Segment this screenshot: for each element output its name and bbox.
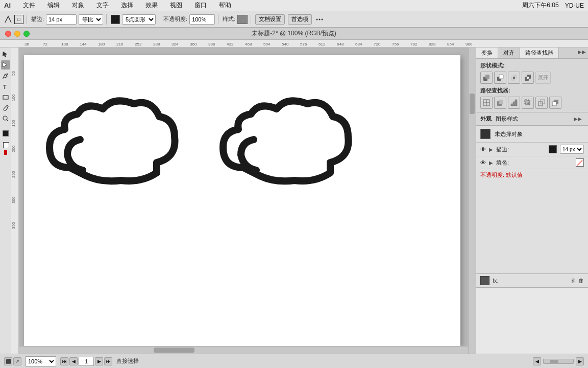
shape-btn-unite[interactable] (480, 72, 493, 84)
svg-text:612: 612 (318, 42, 326, 47)
svg-text:684: 684 (355, 42, 362, 47)
ruler-horizontal: 36 72 108 144 180 216 252 288 324 360 39… (0, 40, 588, 48)
appearance-fx-icon[interactable]: fx. (493, 278, 499, 284)
scroll-track-bottom[interactable] (19, 346, 468, 354)
svg-text:72: 72 (43, 42, 47, 47)
menu-view[interactable]: 视图 (168, 1, 184, 10)
fill-expand-icon[interactable]: ▶ (489, 160, 493, 166)
color-mode-indicator[interactable]: ▉ (4, 150, 7, 155)
last-page-btn[interactable]: ⏭ (104, 357, 112, 365)
menu-object[interactable]: 对象 (70, 1, 86, 10)
stroke-value-input[interactable] (46, 14, 77, 25)
svg-rect-3 (0, 40, 476, 47)
shape-btn-minus-front[interactable] (494, 72, 506, 84)
stroke-expand-icon[interactable]: ▶ (489, 147, 493, 152)
preferences-button[interactable]: 首选项 (288, 14, 312, 25)
fill-visibility-icon[interactable]: 👁 (480, 159, 486, 166)
stroke-visibility-icon[interactable]: 👁 (480, 146, 486, 152)
panel-expand-icon[interactable]: ▶▶ (576, 48, 588, 58)
menu-file[interactable]: 文件 (21, 1, 37, 10)
tab-transform[interactable]: 变换 (476, 48, 498, 58)
menu-select[interactable]: 选择 (119, 1, 135, 10)
selection-tool[interactable] (1, 50, 10, 59)
ruler-vertical: 50 100 150 200 250 300 350 (11, 48, 19, 354)
prev-page-btn[interactable]: ◀ (69, 357, 78, 365)
zoom-tool[interactable] (1, 114, 10, 123)
pen-tool[interactable] (1, 71, 10, 80)
svg-text:300: 300 (11, 196, 16, 203)
appearance-layer-icon[interactable] (480, 276, 489, 285)
scroll-track-right[interactable] (468, 48, 476, 354)
cap-style-select[interactable]: 5点圆形 (122, 14, 156, 25)
graph-style-label: 图形样式 (496, 115, 518, 123)
stroke-color-swatch[interactable] (111, 15, 120, 24)
canvas-area[interactable] (19, 48, 476, 354)
status-icon-2[interactable]: ↗ (13, 357, 21, 365)
menu-effect[interactable]: 效果 (143, 1, 160, 10)
svg-text:288: 288 (153, 42, 160, 47)
close-button[interactable] (5, 31, 11, 37)
menu-text[interactable]: 文字 (94, 1, 111, 10)
text-tool[interactable]: T (1, 82, 10, 91)
svg-rect-48 (513, 77, 515, 79)
fill-color-appearance[interactable] (576, 158, 584, 167)
app-logo: Ai (4, 2, 11, 9)
stroke-box-icon: □ (14, 15, 23, 24)
svg-text:216: 216 (116, 42, 124, 47)
tab-pathfinder[interactable]: 路径查找器 (520, 48, 559, 58)
shape-btn-exclude[interactable] (522, 72, 534, 84)
svg-text:504: 504 (263, 42, 271, 47)
artboard (24, 55, 460, 346)
minimize-button[interactable] (14, 31, 20, 37)
scroll-right-btn[interactable]: ▶ (576, 357, 584, 365)
svg-text:792: 792 (410, 42, 418, 47)
more-options-icon[interactable] (315, 15, 324, 24)
appearance-delete-icon[interactable]: 🗑 (578, 278, 584, 284)
cap-group: 5点圆形 (111, 14, 159, 25)
status-right: ◀ ▶ (533, 357, 584, 365)
page-input[interactable] (79, 357, 94, 366)
stroke-width-select[interactable]: 14 px (560, 145, 584, 154)
pf-btn-merge[interactable] (508, 97, 520, 109)
scroll-thumb-bottom[interactable] (154, 348, 194, 353)
shape-btn-expand[interactable]: 展开 (535, 72, 551, 84)
pf-btn-divide[interactable] (480, 97, 493, 109)
scroll-thumb-right[interactable] (470, 94, 475, 114)
pf-btn-trim[interactable] (494, 97, 506, 109)
doc-settings-button[interactable]: 文档设置 (255, 14, 285, 25)
menu-edit[interactable]: 编辑 (45, 1, 62, 10)
menu-help[interactable]: 帮助 (217, 1, 233, 10)
zoom-select[interactable]: 100% (26, 356, 56, 366)
stroke-color-swatch-left[interactable] (1, 140, 10, 149)
stroke-type-select[interactable]: 等比 (79, 14, 103, 25)
tab-align[interactable]: 对齐 (498, 48, 520, 58)
svg-text:648: 648 (337, 42, 344, 47)
svg-text:144: 144 (80, 42, 87, 47)
svg-point-2 (322, 18, 323, 20)
shape-modes-title: 形状模式: (480, 62, 584, 70)
yd-ue-label: YD-UE (565, 2, 584, 9)
first-page-btn[interactable]: ⏮ (60, 357, 68, 365)
menu-window[interactable]: 窗口 (192, 1, 209, 10)
scroll-left-btn[interactable]: ◀ (533, 357, 541, 365)
opacity-input[interactable] (189, 14, 215, 25)
stroke-color-appearance[interactable] (549, 145, 557, 153)
shape-tool[interactable] (1, 93, 10, 102)
pf-btn-outline[interactable] (535, 97, 548, 109)
direct-selection-tool[interactable] (1, 60, 10, 70)
appearance-copy-icon[interactable]: ⎘ (572, 278, 575, 284)
svg-text:180: 180 (98, 42, 105, 47)
window-title: 未标题-2* @ 100% (RGB/预览) (252, 29, 336, 38)
status-icon-1[interactable]: ⬛ (4, 357, 12, 365)
next-page-btn[interactable]: ▶ (95, 357, 103, 365)
cloud-icon-right[interactable] (213, 86, 371, 209)
h-scrollbar[interactable] (543, 359, 574, 364)
pf-btn-minus-back[interactable] (549, 97, 561, 109)
brush-tool[interactable] (1, 103, 10, 112)
appearance-expand-icon[interactable]: ▶▶ (572, 114, 584, 123)
pf-btn-crop[interactable] (522, 97, 534, 109)
fill-color-swatch[interactable] (1, 129, 10, 138)
shape-btn-intersect[interactable] (508, 72, 520, 84)
h-scroll-thumb[interactable] (550, 360, 558, 363)
maximize-button[interactable] (23, 31, 30, 37)
